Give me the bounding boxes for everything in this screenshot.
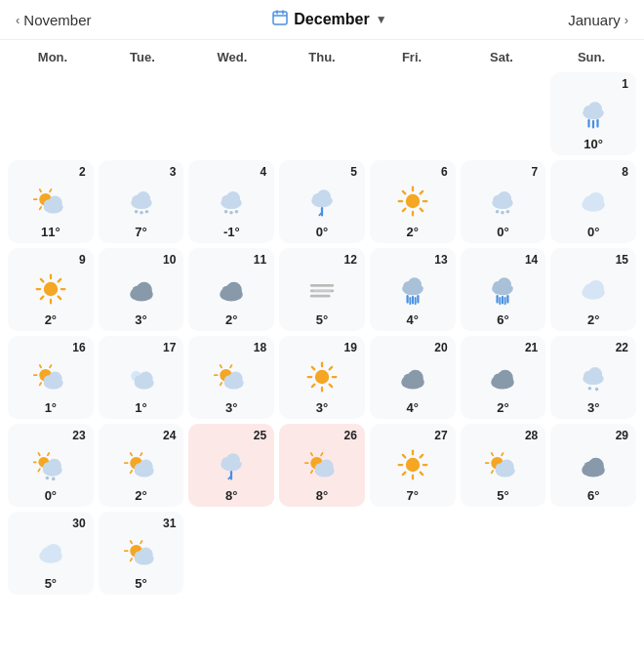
svg-point-48: [498, 191, 511, 205]
day-number: 9: [14, 254, 88, 266]
svg-line-154: [130, 453, 131, 455]
day-number: 13: [376, 254, 450, 266]
day-cell[interactable]: [370, 72, 456, 155]
temperature: 11°: [41, 225, 60, 239]
day-cell[interactable]: 12 5°: [279, 248, 365, 331]
day-cell[interactable]: 1 10°: [550, 72, 636, 155]
day-cell[interactable]: [188, 72, 274, 155]
weather-icon: [576, 182, 611, 221]
svg-point-49: [496, 210, 500, 214]
weather-icon: [395, 445, 430, 484]
day-cell[interactable]: 3 7°: [99, 160, 184, 243]
day-cell[interactable]: 9 2°: [8, 248, 94, 331]
day-cell[interactable]: 14 6°: [461, 248, 546, 331]
day-cell[interactable]: 8 0°: [550, 160, 636, 243]
svg-line-170: [321, 453, 322, 455]
temperature: 7°: [135, 225, 146, 239]
day-cell[interactable]: 10 3°: [99, 248, 184, 331]
weather-icon: [214, 182, 249, 221]
weather-icon: [485, 445, 520, 484]
prev-month-link[interactable]: ‹ November: [16, 12, 92, 28]
svg-line-112: [221, 365, 221, 367]
weekday-headers: Mon.Tue.Wed.Thu.Fri.Sat.Sun.: [0, 46, 644, 68]
temperature: 2°: [225, 312, 237, 327]
current-month-selector[interactable]: December ▼: [272, 10, 386, 29]
weather-icon: [395, 357, 430, 396]
temperature: 8°: [225, 488, 237, 503]
svg-point-30: [229, 211, 233, 215]
day-cell[interactable]: 27 7°: [370, 424, 456, 507]
day-cell[interactable]: 22 3°: [550, 336, 636, 419]
day-cell[interactable]: 11 2°: [188, 248, 274, 331]
weather-icon: [576, 94, 611, 133]
svg-point-69: [226, 282, 242, 298]
svg-point-84: [498, 277, 511, 291]
next-month-label: January: [568, 12, 620, 28]
svg-line-43: [403, 191, 406, 194]
weather-icon: [124, 533, 159, 572]
day-cell[interactable]: 5 0°: [279, 160, 365, 243]
day-cell[interactable]: [461, 72, 546, 155]
svg-line-167: [311, 471, 312, 473]
day-cell[interactable]: 25 8°: [188, 424, 274, 507]
svg-line-180: [403, 455, 406, 458]
day-cell[interactable]: 24 2°: [99, 424, 184, 507]
day-cell[interactable]: 30 5°: [8, 512, 94, 595]
day-cell[interactable]: 17 1°: [99, 336, 184, 419]
day-cell[interactable]: 4 -1°: [188, 160, 274, 243]
day-cell[interactable]: 6 2°: [370, 160, 456, 243]
day-cell[interactable]: 21 2°: [461, 336, 546, 419]
day-cell[interactable]: 28 5°: [461, 424, 546, 507]
day-cell[interactable]: [279, 72, 365, 155]
day-cell[interactable]: 18 3°: [188, 336, 274, 419]
day-cell[interactable]: 31 5°: [99, 512, 184, 595]
svg-point-131: [498, 370, 513, 386]
temperature: 0°: [45, 488, 57, 503]
day-cell[interactable]: 7 0°: [461, 160, 546, 243]
svg-point-37: [406, 194, 420, 208]
svg-line-140: [38, 469, 39, 471]
day-cell[interactable]: [8, 72, 94, 155]
day-cell[interactable]: [188, 512, 274, 595]
day-cell[interactable]: [370, 512, 456, 595]
weekday-header: Wed.: [187, 46, 277, 68]
svg-point-24: [140, 211, 143, 215]
weather-icon: [485, 357, 520, 396]
weekday-header: Tue.: [98, 46, 187, 68]
day-cell[interactable]: 16 1°: [8, 336, 94, 419]
temperature: 6°: [587, 488, 599, 503]
day-number: 25: [194, 430, 268, 441]
day-cell[interactable]: 29 6°: [550, 424, 636, 507]
svg-point-55: [44, 282, 58, 296]
day-cell[interactable]: 20 4°: [370, 336, 456, 419]
day-number: 21: [466, 342, 541, 353]
day-cell[interactable]: 2 11°: [8, 160, 94, 243]
dropdown-arrow-icon: ▼: [376, 13, 387, 26]
day-cell[interactable]: [99, 72, 184, 155]
current-month-label: December: [294, 11, 369, 28]
svg-point-50: [502, 211, 505, 215]
weather-icon: [33, 533, 68, 572]
day-cell[interactable]: 13 4°: [370, 248, 456, 331]
temperature: 2°: [587, 312, 599, 327]
svg-point-102: [48, 372, 61, 386]
svg-point-208: [139, 548, 152, 561]
next-chevron-icon: ›: [624, 13, 628, 27]
temperature: 1°: [135, 400, 146, 415]
svg-point-136: [595, 388, 599, 392]
day-cell[interactable]: [461, 512, 546, 595]
day-cell[interactable]: 26 8°: [279, 424, 365, 507]
weather-icon: [33, 357, 68, 396]
day-cell[interactable]: 19 3°: [279, 336, 365, 419]
day-cell[interactable]: 15 2°: [550, 248, 636, 331]
day-cell[interactable]: 23 0°: [8, 424, 94, 507]
next-month-link[interactable]: January ›: [568, 12, 628, 28]
temperature: 2°: [45, 312, 57, 327]
svg-line-123: [312, 367, 315, 370]
weather-icon: [33, 270, 68, 309]
day-cell[interactable]: [550, 512, 636, 595]
day-number: 18: [194, 342, 268, 353]
svg-line-99: [50, 365, 51, 367]
day-number: 14: [466, 254, 541, 266]
day-cell[interactable]: [279, 512, 365, 595]
